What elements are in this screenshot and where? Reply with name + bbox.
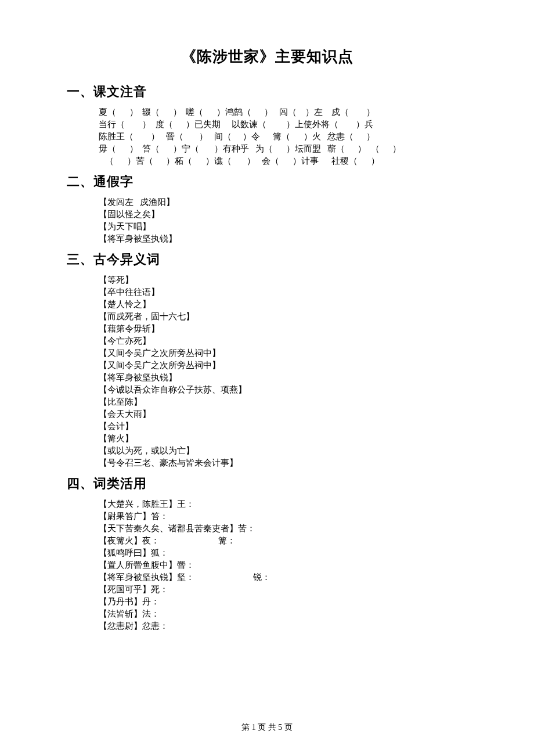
line: 当行（ ） 度（ ）已失期 以数谏（ ）上使外将（ ）兵 [99, 118, 467, 131]
line: 【法皆斩】法： [99, 608, 467, 620]
line: 【大楚兴，陈胜王】王： [99, 498, 467, 510]
line: 【藉第令毋斩】 [99, 323, 467, 335]
line: （ ）苦（ ）柘（ ）谯（ ） 会（ ）计事 社稷（ ） [99, 155, 467, 167]
line: 【又间令吴广之次所旁丛祠中】 [99, 359, 467, 372]
line: 夏（ ） 辍（ ） 嗟（ ）鸿鹄（ ） 闾（ ）左 戍（ ） [99, 106, 467, 118]
line: 【会计】 [99, 420, 467, 433]
line: 【或以为死，或以为亡】 [99, 445, 467, 457]
line: 【会天大雨】 [99, 408, 467, 420]
line: 【今诚以吾众诈自称公子扶苏、项燕】 [99, 384, 467, 396]
line: 【比至陈】 [99, 396, 467, 408]
line: 毋（ ） 笞（ ）宁（ ）有种乎 为（ ）坛而盟 蕲（ ） （ ） [99, 143, 467, 155]
line: 【今亡亦死】 [99, 335, 467, 347]
section-block-3: 【等死】 【卒中往往语】 【楚人怜之】 【而戍死者，固十六七】 【藉第令毋斩】 … [99, 274, 467, 469]
section-block-2: 【发闾左 戍渔阳】 【固以怪之矣】 【为天下唱】 【将军身被坚执锐】 [99, 196, 467, 245]
line: 【尉果笞广】笞： [99, 510, 467, 523]
line: 【忿恚尉】忿恚： [99, 620, 467, 632]
line: 【狐鸣呼曰】狐： [99, 547, 467, 559]
section-block-1: 夏（ ） 辍（ ） 嗟（ ）鸿鹄（ ） 闾（ ）左 戍（ ） 当行（ ） 度（ … [99, 106, 467, 167]
line: 【而戍死者，固十六七】 [99, 311, 467, 323]
line: 【置人所罾鱼腹中】罾： [99, 559, 467, 571]
page-title: 《陈涉世家》主要知识点 [67, 46, 467, 67]
section-block-4: 【大楚兴，陈胜王】王： 【尉果笞广】笞： 【天下苦秦久矣、诸郡县苦秦吏者】苦： … [99, 498, 467, 632]
line: 【发闾左 戍渔阳】 [99, 196, 467, 208]
line: 【等死】 [99, 274, 467, 286]
section-head-2: 二、通假字 [67, 173, 467, 190]
line: 【卒中往往语】 [99, 286, 467, 298]
line: 【将军身被坚执锐】 [99, 372, 467, 384]
line: 【为天下唱】 [99, 221, 467, 233]
line: 【乃丹书】丹： [99, 596, 467, 608]
line: 【夜篝火】夜： 篝： [99, 535, 467, 547]
line: 【号令召三老、豪杰与皆来会计事】 [99, 457, 467, 469]
line: 【死国可乎】死： [99, 584, 467, 596]
section-head-1: 一、课文注音 [67, 83, 467, 100]
line: 【篝火】 [99, 433, 467, 445]
line: 陈胜王（ ） 罾（ ） 间（ ）令 篝（ ）火 忿恚（ ） [99, 131, 467, 143]
section-head-4: 四、词类活用 [67, 475, 467, 492]
line: 【楚人怜之】 [99, 298, 467, 311]
page-footer: 第 1 页 共 5 页 [0, 722, 534, 733]
line: 【将军身被坚执锐】坚： 锐： [99, 571, 467, 584]
section-head-3: 三、古今异义词 [67, 251, 467, 268]
line: 【固以怪之矣】 [99, 208, 467, 221]
line: 【天下苦秦久矣、诸郡县苦秦吏者】苦： [99, 523, 467, 535]
line: 【将军身被坚执锐】 [99, 233, 467, 245]
line: 【又间令吴广之次所旁丛祠中】 [99, 347, 467, 359]
